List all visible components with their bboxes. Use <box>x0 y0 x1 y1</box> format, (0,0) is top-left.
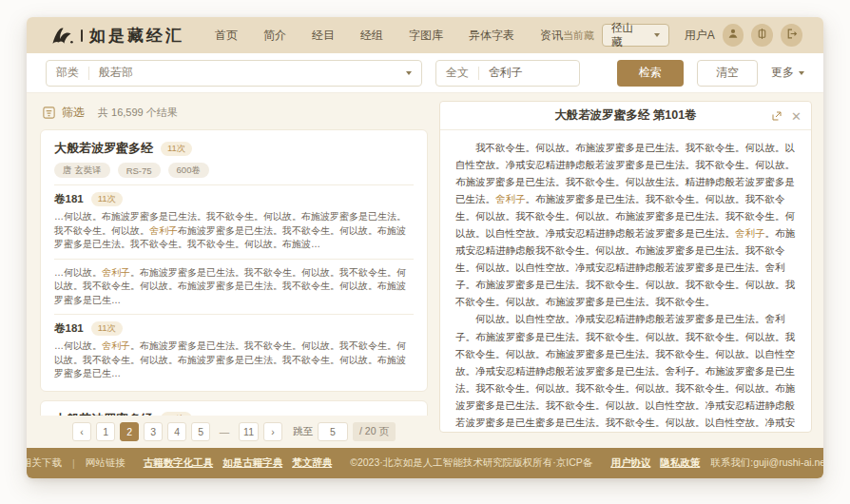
match-count-badge: 11次 <box>161 142 192 156</box>
filter-row: 筛选 共 16,599 个结果 <box>42 103 428 122</box>
nav-item[interactable]: 经目 <box>312 28 335 44</box>
brand[interactable]: 如是藏经汇 <box>48 24 184 47</box>
page-button[interactable]: 3 <box>144 422 163 441</box>
canon-select[interactable]: 径山藏 <box>602 24 669 47</box>
avatar-button[interactable] <box>723 24 744 47</box>
field-divider <box>478 67 479 80</box>
chevron-down-icon <box>654 33 660 37</box>
fulltext-label: 全文 <box>446 65 469 81</box>
tag-row: 唐 玄奘译RS-75600卷 <box>54 163 414 178</box>
jump-to-label: 跳至 <box>293 425 313 438</box>
footer-link[interactable]: 如是古籍字典 <box>222 456 282 470</box>
logout-icon <box>785 27 798 44</box>
jump-page-input[interactable] <box>318 422 348 441</box>
app-window: 如是藏经汇 首页简介经目经组字图库异体字表资讯 当前藏 径山藏 用户A <box>27 17 823 478</box>
reader-body: 我不欲令生。何以故。布施波罗蜜多是已生法。我不欲令生。何以故。以自性空故。净戒安… <box>440 130 811 432</box>
match-count-badge: 11次 <box>91 192 123 206</box>
reader-paragraph: 何以故。以自性空故。净戒安忍精进静虑般若波罗蜜多是已生法。舍利子。布施波罗蜜多是… <box>455 310 796 432</box>
card-title-row: 大般若波罗蜜多经11次 <box>54 140 414 157</box>
page-button[interactable]: 11 <box>239 422 259 441</box>
page-button[interactable]: 1 <box>96 422 115 441</box>
fulltext-input[interactable] <box>489 67 570 80</box>
divider <box>54 259 414 260</box>
script-toggle-button[interactable] <box>751 24 773 47</box>
chevron-down-icon <box>799 71 804 75</box>
text-segment: 。布施戒安忍精进静虑般我不欲令生。何以故。布施波罗蜜多是已生法。我不欲令生。何以… <box>455 227 795 307</box>
volume-row: 卷18111次 <box>54 192 414 206</box>
footer: 相关下载 | 网站链接 古籍数字化工具如是古籍字典梵文辞典 ©2023·北京如是… <box>27 448 823 478</box>
nav-item[interactable]: 字图库 <box>409 28 443 44</box>
tag: RS-75 <box>118 163 161 178</box>
footer-copyright: ©2023·北京如是人工智能技术研究院版权所有·京ICP备 <box>350 456 592 470</box>
search-button[interactable]: 检索 <box>617 60 684 87</box>
volume-label[interactable]: 卷181 <box>54 192 84 206</box>
nav-item[interactable]: 资讯 <box>540 28 563 44</box>
main-nav: 首页简介经目经组字图库异体字表资讯 <box>215 28 563 44</box>
more-button[interactable]: 更多 <box>771 65 804 81</box>
result-card: 大般若波罗蜜多经11次唐 玄奘译RS-75600卷卷18111次…何以故。布施波… <box>40 400 428 417</box>
logout-button[interactable] <box>781 24 802 47</box>
clear-button[interactable]: 清空 <box>697 60 758 87</box>
divider <box>54 314 414 315</box>
results-panel: 筛选 共 16,599 个结果 大般若波罗蜜多经11次唐 玄奘译RS-75600… <box>40 101 428 448</box>
footer-links: 古籍数字化工具如是古籍字典梵文辞典 <box>144 456 333 470</box>
field-divider <box>88 67 89 80</box>
brand-title: 如是藏经汇 <box>89 25 184 47</box>
current-canon-label: 当前藏 <box>563 29 594 43</box>
chevron-down-icon <box>406 71 412 75</box>
match-count-badge: 11次 <box>91 321 123 336</box>
filter-icon[interactable] <box>42 106 56 120</box>
highlighted-keyword: 舍利子 <box>102 340 130 351</box>
reader-title: 大般若波罗蜜多经 第101卷 <box>452 107 800 124</box>
result-card: 大般若波罗蜜多经11次唐 玄奘译RS-75600卷卷18111次…何以故。布施波… <box>40 129 428 392</box>
footer-legal-link[interactable]: 用户协议 <box>610 456 650 470</box>
volume-row: 卷18111次 <box>54 321 414 336</box>
pagination-pages: ‹12345—11› <box>72 422 282 441</box>
close-icon[interactable]: ✕ <box>791 110 802 123</box>
footer-contact: 联系我们:guji@rushi-ai.net <box>710 456 823 470</box>
footer-link[interactable]: 梵文辞典 <box>292 456 332 470</box>
prev-page-button[interactable]: ‹ <box>72 422 91 441</box>
more-label: 更多 <box>771 65 794 81</box>
logo-seal <box>81 29 83 42</box>
result-list: 大般若波罗蜜多经11次唐 玄奘译RS-75600卷卷18111次…何以故。布施波… <box>40 129 428 416</box>
open-in-reader-button[interactable] <box>771 110 782 122</box>
snippet[interactable]: …何以故。舍利子。布施波罗蜜多是已生法。我不欲令生。何以故。我不欲令生。何以故。… <box>54 339 414 381</box>
next-page-button[interactable]: › <box>263 422 282 441</box>
divider <box>54 184 414 185</box>
snippet[interactable]: …何以故。舍利子。布施波罗蜜多是已生法。我不欲令生。何以故。我不欲令生。何以故。… <box>54 266 414 308</box>
nav-item[interactable]: 简介 <box>263 28 286 44</box>
footer-link[interactable]: 古籍数字化工具 <box>144 456 214 470</box>
logo-icon <box>48 24 76 47</box>
tag: 唐 玄奘译 <box>54 163 110 178</box>
footer-legal-link[interactable]: 隐私政策 <box>660 456 700 470</box>
search-bar: 部类 般若部 全文 检索 清空 更多 <box>27 53 823 93</box>
category-select[interactable]: 部类 般若部 <box>46 60 422 87</box>
reader-header-actions: ✕ <box>771 102 802 130</box>
tag: 600卷 <box>168 163 209 178</box>
footer-links-label: 网站链接 <box>86 456 126 470</box>
nav-item[interactable]: 异体字表 <box>469 28 514 44</box>
nav-item[interactable]: 首页 <box>215 28 238 44</box>
page-button[interactable]: 2 <box>120 422 139 441</box>
username-label: 用户A <box>685 28 715 44</box>
footer-legal: 用户协议隐私政策 <box>610 456 700 470</box>
footer-download-label[interactable]: 相关下载 <box>27 456 62 470</box>
script-toggle-icon <box>756 27 768 44</box>
filter-label[interactable]: 筛选 <box>62 105 85 121</box>
pagination: ‹12345—11› 跳至 / 20 页 <box>40 416 428 448</box>
text-segment: …何以故。 <box>54 340 102 351</box>
footer-separator: | <box>72 457 75 469</box>
result-title[interactable]: 大般若波罗蜜多经 <box>54 140 153 157</box>
page-ellipsis: — <box>215 422 234 441</box>
snippet[interactable]: …何以故。布施波罗蜜多是已生法。我不欲令生。何以故。布施波罗蜜多是已生法。我不欲… <box>54 210 414 252</box>
highlighted-keyword: 舍利子 <box>149 225 178 236</box>
total-pages-chip: / 20 页 <box>353 422 396 441</box>
page-button[interactable]: 5 <box>191 422 210 441</box>
nav-item[interactable]: 经组 <box>360 28 383 44</box>
page-button[interactable]: 4 <box>167 422 186 441</box>
volume-label[interactable]: 卷181 <box>54 321 84 336</box>
canon-select-value: 径山藏 <box>611 21 642 49</box>
text-segment: …何以故。 <box>54 267 102 278</box>
content-area: 筛选 共 16,599 个结果 大般若波罗蜜多经11次唐 玄奘译RS-75600… <box>27 93 823 448</box>
